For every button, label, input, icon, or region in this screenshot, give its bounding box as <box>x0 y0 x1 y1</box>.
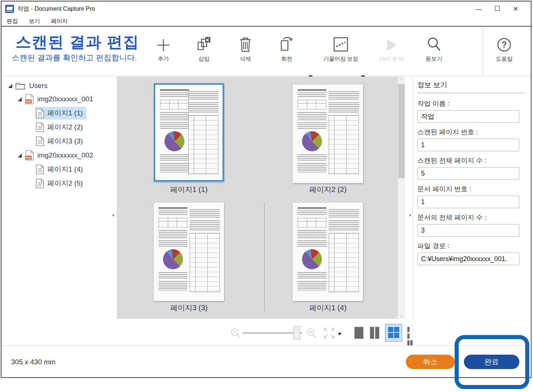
page-size-status: 305 x 430 mm <box>11 358 55 366</box>
page-icon <box>35 136 44 146</box>
tree-item-page3-3[interactable]: 페이지3 (3) <box>35 135 83 148</box>
tree-item-page2-5[interactable]: 페이지2 (5) <box>35 177 83 190</box>
menu-page[interactable]: 페이지 <box>51 18 68 25</box>
app-icon <box>5 5 14 13</box>
zoom-out-icon <box>230 328 241 339</box>
document-page-number-field[interactable] <box>417 196 519 208</box>
view-single-button[interactable] <box>354 327 363 339</box>
done-button[interactable]: 완료 <box>464 355 519 369</box>
thumbnail-page1-1[interactable] <box>154 83 224 182</box>
help-button[interactable]: ? 도움말 <box>486 33 523 62</box>
file-path-field[interactable] <box>417 253 519 265</box>
reanalyze-button: 다시 분석 <box>373 33 410 62</box>
minimize-button[interactable]: — <box>475 6 482 12</box>
scanned-page-number-field[interactable] <box>417 139 519 151</box>
add-button[interactable]: 추가 <box>145 33 182 62</box>
tree-item-users[interactable]: Users <box>8 80 48 92</box>
folder-icon <box>15 81 26 90</box>
pdf-file-icon: PDF <box>25 94 34 105</box>
zoom-slider-track[interactable] <box>243 332 302 334</box>
help-icon: ? <box>486 33 523 53</box>
pie-chart-figure <box>298 127 326 155</box>
scanned-page-preview <box>296 206 360 298</box>
thumbnail-label: 페이지2 (2) <box>293 185 363 195</box>
page-subtitle: 스캔된 결과를 확인하고 편집합니다. <box>12 53 137 63</box>
thumbnail-label: 페이지1 (1) <box>154 185 224 195</box>
app-window: 작업 - Document Capture Pro — ✕ 편집 보기 페이지 … <box>1 1 532 378</box>
fit-screen-icon <box>323 327 336 339</box>
info-panel: 정보 보기 작업 이름 : 스캔된 페이지 번호 : 스캔된 전체 페이지 수 … <box>413 77 531 347</box>
thumbnail-page2-2[interactable] <box>293 85 363 183</box>
reanalyze-icon <box>373 33 410 53</box>
scanned-page-number-label: 스캔된 페이지 번호 : <box>417 128 524 136</box>
job-name-field[interactable] <box>417 110 519 123</box>
thumbnail-page1-4[interactable] <box>293 203 363 301</box>
view-two-page-button[interactable] <box>370 327 379 339</box>
svg-text:PDF: PDF <box>26 100 31 103</box>
page-icon <box>35 108 44 118</box>
magnifier-button[interactable]: 돋보기 <box>415 33 452 62</box>
insert-icon <box>186 33 223 53</box>
job-name-label: 작업 이름 : <box>417 99 524 108</box>
fit-dropdown-arrow[interactable] <box>338 333 342 335</box>
close-button[interactable]: ✕ <box>513 6 518 12</box>
document-total-pages-field[interactable] <box>417 224 519 237</box>
maximize-button[interactable] <box>495 6 500 11</box>
document-page-number-label: 문서 페이지 번호 : <box>417 185 524 193</box>
document-tree: Users PDF img20xxxxxx_001 페이지1 (1 <box>1 77 112 347</box>
toolbar-separator <box>483 28 483 75</box>
collapse-right-handle[interactable]: › <box>409 212 411 218</box>
scanned-total-pages-field[interactable] <box>417 167 519 180</box>
rotate-button[interactable]: 회전 <box>268 33 305 62</box>
rotate-icon <box>268 33 305 53</box>
deskew-button[interactable]: 기울어짐 보정 <box>320 33 361 62</box>
thumbnail-label: 페이지1 (4) <box>293 303 363 313</box>
page-icon <box>35 164 44 175</box>
view-grid-button[interactable] <box>385 324 402 342</box>
tree-item-doc-002[interactable]: PDF img20xxxxxx_002 <box>18 149 93 162</box>
tree-item-page1-1[interactable]: 페이지1 (1) <box>35 107 86 119</box>
tree-item-page1-4[interactable]: 페이지1 (4) <box>35 163 83 176</box>
expander-icon[interactable] <box>18 153 22 158</box>
document-total-pages-label: 문서의 전체 페이지 수 : <box>417 213 524 222</box>
collapse-left-handle[interactable]: ‹ <box>112 212 114 218</box>
scroll-up-icon[interactable]: ⌃ <box>398 77 405 83</box>
cancel-button[interactable]: 취소 <box>406 355 455 369</box>
page-icon <box>35 122 44 132</box>
add-icon <box>145 33 182 53</box>
tree-item-doc-001[interactable]: PDF img20xxxxxx_001 <box>18 93 93 105</box>
menu-edit[interactable]: 편집 <box>7 18 18 25</box>
magnifier-icon <box>415 33 452 53</box>
scroll-down-icon[interactable]: ⌄ <box>398 312 405 319</box>
info-panel-title: 정보 보기 <box>417 80 524 93</box>
svg-text:?: ? <box>502 40 507 50</box>
insert-button[interactable]: 삽입 <box>186 33 223 62</box>
page-title: 스캔된 결과 편집 <box>16 32 139 53</box>
scanned-page-preview <box>296 88 360 180</box>
file-path-label: 파일 경로 : <box>417 241 524 250</box>
zoom-in-icon <box>306 328 317 339</box>
view-toolbar: / 5 <box>112 319 413 347</box>
menu-view[interactable]: 보기 <box>29 18 40 25</box>
zoom-slider-handle[interactable] <box>293 326 300 339</box>
scanned-total-pages-label: 스캔된 전체 페이지 수 : <box>417 156 524 165</box>
expander-icon[interactable] <box>8 84 12 88</box>
status-bar: 305 x 430 mm 취소 완료 <box>1 345 531 377</box>
pdf-file-icon: PDF <box>25 150 34 161</box>
tree-item-page2-2[interactable]: 페이지2 (2) <box>35 121 83 134</box>
pie-chart-figure <box>298 245 326 273</box>
thumbnail-page3-3[interactable] <box>154 203 224 301</box>
thumbnail-canvas: 페이지1 (1) <box>117 77 398 319</box>
vertical-scrollbar[interactable]: ⌃ ⌄ <box>398 77 405 319</box>
svg-text:PDF: PDF <box>26 156 31 159</box>
thumbnail-viewer: ‹ <box>112 77 413 347</box>
thumbnail-label: 페이지3 (3) <box>154 303 224 313</box>
deskew-icon <box>320 33 361 53</box>
pie-chart-figure <box>159 245 187 273</box>
title-bar: 작업 - Document Capture Pro — ✕ <box>1 1 531 16</box>
delete-button[interactable]: 삭제 <box>227 33 264 62</box>
window-title: 작업 - Document Capture Pro <box>17 5 95 13</box>
expander-icon[interactable] <box>18 97 22 101</box>
page-icon <box>35 178 44 189</box>
scrollbar-thumb[interactable] <box>398 84 405 178</box>
